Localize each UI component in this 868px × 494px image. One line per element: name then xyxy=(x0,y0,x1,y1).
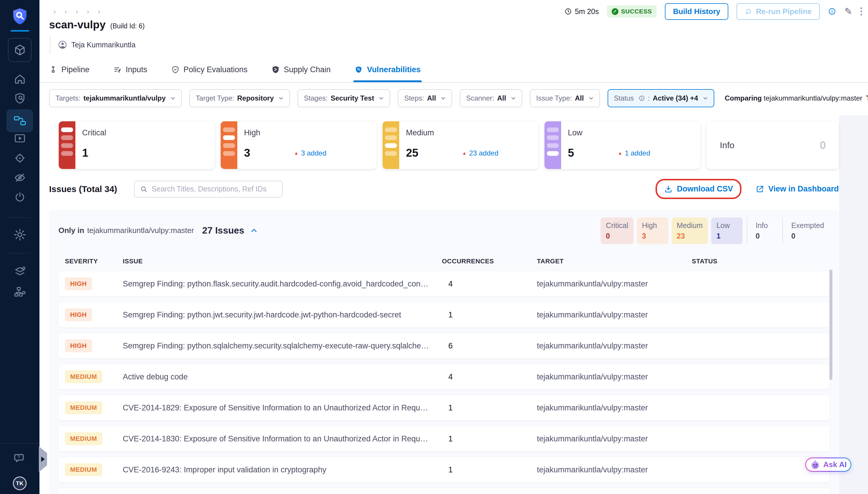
sidebar-item-exemptions[interactable] xyxy=(0,172,39,184)
filter-stages[interactable]: Stages:Security Test xyxy=(297,89,390,107)
sidebar-item-org-settings[interactable] xyxy=(0,286,39,299)
group-label: Only in xyxy=(58,226,84,235)
breadcrumb xyxy=(49,7,100,16)
severity-badge: MEDIUM xyxy=(65,432,102,445)
issue-group-toggle[interactable]: Only in tejakummarikuntla/vulpy:master 2… xyxy=(58,217,257,236)
download-csv-button[interactable]: Download CSV xyxy=(664,185,733,193)
pill-label: Low xyxy=(716,221,737,230)
pipelines-icon xyxy=(14,114,26,127)
shield-check-icon xyxy=(171,65,179,74)
added-link[interactable]: ▲ 23 added xyxy=(462,149,498,157)
severity-card-label: Medium xyxy=(406,128,538,137)
sidebar-item-home[interactable] xyxy=(0,73,39,86)
breadcrumb-link[interactable] xyxy=(94,7,100,16)
severity-card-label: Info xyxy=(720,140,734,150)
breadcrumb-link[interactable] xyxy=(82,7,89,16)
sidebar-item-pipelines-active[interactable] xyxy=(6,109,33,132)
tab-supply-chain[interactable]: Supply Chain xyxy=(271,57,331,82)
chevron-down-icon xyxy=(278,96,284,100)
table-scrollbar[interactable] xyxy=(829,269,832,380)
ask-ai-button[interactable]: Ask AI xyxy=(805,457,851,472)
sidebar-item-getting-started[interactable] xyxy=(0,191,39,204)
build-history-button[interactable]: Build History xyxy=(665,3,729,20)
build-duration: 5m 20s xyxy=(564,7,599,16)
table-row[interactable]: MEDIUM Active debug code 4 tejakummariku… xyxy=(58,364,829,390)
info-icon xyxy=(639,95,645,101)
search-input[interactable] xyxy=(152,185,277,193)
rerun-pipeline-button[interactable]: Re-run Pipeline xyxy=(736,3,820,20)
home-icon xyxy=(14,73,26,86)
table-row[interactable]: MEDIUM CVE-2016-9243: Improper input val… xyxy=(58,457,829,482)
occurrences-count: 1 xyxy=(442,466,537,474)
filter-issue-type[interactable]: Issue Type:All xyxy=(530,89,600,107)
severity-card: High 3 ▲ 3 added xyxy=(221,121,377,169)
pill-count: 3 xyxy=(642,232,663,240)
triangle-up-icon: ▲ xyxy=(618,151,622,155)
sidebar-item-project-settings[interactable] xyxy=(0,228,39,242)
occurrences-count: 4 xyxy=(442,280,537,288)
table-row[interactable]: HIGH Semgrep Finding: python.flask.secur… xyxy=(58,271,829,297)
sidebar-item-scans[interactable] xyxy=(0,92,39,104)
table-row[interactable]: HIGH Semgrep Finding: python.jwt.securit… xyxy=(58,302,829,327)
breadcrumb-link[interactable] xyxy=(60,7,67,16)
sidebar-item-executions[interactable] xyxy=(0,132,39,145)
group-count: 27 Issues xyxy=(202,225,244,236)
issues-heading: Issues (Total 34) xyxy=(49,184,117,194)
sidebar-expander-tab[interactable] xyxy=(39,446,47,472)
user-avatar[interactable]: TK xyxy=(0,476,39,490)
issue-title: CVE-2014-1830: Exposure of Sensitive Inf… xyxy=(123,434,442,443)
shield-search-icon xyxy=(14,92,26,104)
chevron-up-icon[interactable] xyxy=(251,228,257,233)
added-link[interactable]: ▲ 3 added xyxy=(294,149,326,157)
tab-pipeline[interactable]: Pipeline xyxy=(49,57,90,82)
table-row[interactable]: MEDIUM CVE-2017-11424: PyJWT... 1 tejaku… xyxy=(58,488,829,494)
module-selector-button[interactable] xyxy=(8,38,32,62)
table-row[interactable]: MEDIUM CVE-2014-1830: Exposure of Sensit… xyxy=(58,426,829,451)
executions-icon xyxy=(14,132,26,145)
filter-steps[interactable]: Steps:All xyxy=(398,89,452,107)
tab-vulnerabilities[interactable]: Vulnerabilities xyxy=(354,57,421,82)
view-in-dashboard-button[interactable]: View in Dashboard xyxy=(755,185,839,193)
sidebar-item-default-settings[interactable] xyxy=(0,265,39,278)
issue-title: CVE-2014-1829: Exposure of Sensitive Inf… xyxy=(123,403,442,413)
table-row[interactable]: HIGH Semgrep Finding: python.sqlalchemy.… xyxy=(58,333,829,358)
user-name: Teja Kummarikuntla xyxy=(71,41,136,49)
tab-policy-evaluations[interactable]: Policy Evaluations xyxy=(171,57,248,82)
table-row[interactable]: MEDIUM CVE-2014-1829: Exposure of Sensit… xyxy=(58,395,829,420)
severity-level-bar xyxy=(221,121,237,169)
occurrences-count: 1 xyxy=(442,403,537,413)
severity-badge: MEDIUM xyxy=(65,463,102,476)
sidebar-divider xyxy=(8,217,31,218)
filter-scanner[interactable]: Scanner:All xyxy=(460,89,522,107)
filters-row: Targets:tejakummarikuntla/vulpy Target T… xyxy=(49,89,868,107)
status-badge: ✓ SUCCESS xyxy=(607,5,657,18)
info-icon[interactable] xyxy=(828,7,836,16)
severity-pill: Exempted 0 xyxy=(783,217,829,244)
triangle-up-icon: ▲ xyxy=(294,151,298,155)
breadcrumb-link[interactable] xyxy=(49,7,56,16)
severity-level-bar xyxy=(544,121,561,169)
sidebar: ? TK xyxy=(0,0,39,494)
sidebar-item-help[interactable]: ? xyxy=(0,452,39,464)
issues-search[interactable] xyxy=(134,180,283,197)
added-link[interactable]: ▲ 1 added xyxy=(618,149,650,157)
more-options-icon[interactable] xyxy=(861,7,862,16)
filter-status[interactable]: Status : Active (34) +4 xyxy=(607,89,714,107)
target-name: tejakummarikuntla/vulpy:master xyxy=(537,466,692,474)
severity-card-count: 5 xyxy=(568,147,574,159)
sto-logo-icon[interactable] xyxy=(0,7,39,26)
severity-badge: HIGH xyxy=(65,278,92,290)
issues-panel: Only in tejakummarikuntla/vulpy:master 2… xyxy=(49,210,839,494)
user-avatar-icon xyxy=(58,40,67,50)
pill-count: 0 xyxy=(755,232,773,240)
clock-icon xyxy=(564,7,572,15)
breadcrumb-link[interactable] xyxy=(71,7,78,16)
filter-targets[interactable]: Targets:tejakummarikuntla/vulpy xyxy=(49,89,182,107)
cube-icon xyxy=(14,43,26,56)
group-target: tejakummarikuntla/vulpy:master xyxy=(87,226,194,235)
filter-target-type[interactable]: Target Type:Repository xyxy=(189,89,290,107)
sidebar-item-targets[interactable] xyxy=(0,152,39,164)
edit-pipeline-icon[interactable]: ✎ xyxy=(844,6,852,17)
chevron-down-icon xyxy=(379,96,384,100)
tab-inputs[interactable]: Inputs xyxy=(113,57,147,82)
